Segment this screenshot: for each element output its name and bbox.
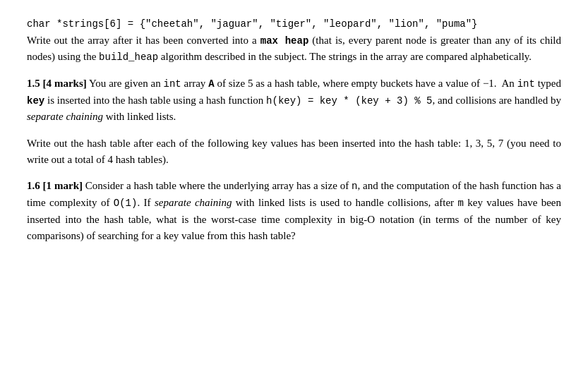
- kw-key: key: [27, 95, 44, 107]
- kw-separate-chaining-2: separate chaining: [155, 197, 232, 208]
- section-16: 1.6 [1 mark] Consider a hash table where…: [27, 178, 561, 244]
- kw-int-1: int: [164, 78, 181, 90]
- paragraph-1: Write out the array after it has been co…: [27, 32, 561, 66]
- section-15-heading: 1.5 [4 marks]: [27, 78, 87, 89]
- hash-function: h(key) = key * (key + 3) % 5: [266, 95, 432, 107]
- code-block: char *strings[6] = {"cheetah", "jaguar",…: [27, 16, 561, 32]
- section-16-heading: 1.6 [1 mark]: [27, 180, 83, 191]
- code-text: char *strings[6] = {"cheetah", "jaguar",…: [27, 18, 478, 30]
- keyword-max-heap: max heap: [260, 35, 309, 47]
- keyword-build-heap: build_heap: [99, 52, 158, 63]
- kw-n: n: [352, 181, 357, 192]
- section-15: 1.5 [4 marks] You are given an int array…: [27, 75, 561, 126]
- kw-int-2: int: [517, 78, 535, 90]
- kw-separate-chaining-1: separate chaining: [27, 111, 103, 122]
- paragraph-2: Write out the hash table after each of t…: [27, 135, 561, 169]
- kw-A: A: [208, 78, 214, 90]
- kw-O1: O(1): [114, 198, 138, 209]
- kw-m: m: [457, 198, 463, 209]
